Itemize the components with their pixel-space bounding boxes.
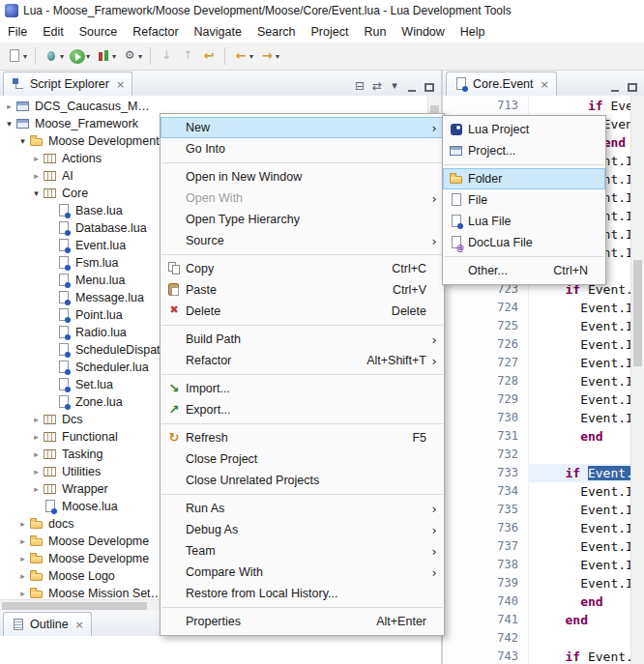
view-menu-button[interactable]	[386, 78, 403, 96]
menu-item-lua-project[interactable]: Lua Project	[443, 119, 605, 140]
code-line[interactable]: 735 Event.Ini	[443, 501, 644, 519]
collapsed-arrow-icon[interactable]: ▸	[16, 536, 29, 546]
close-icon[interactable]	[541, 78, 549, 91]
external-tools-button[interactable]: ▾	[120, 47, 144, 65]
code-line[interactable]: 713 if Event	[443, 97, 644, 115]
minimize-button[interactable]	[606, 78, 624, 96]
menubar-item-refactor[interactable]: Refactor	[125, 23, 186, 41]
tree-item[interactable]: ▸Utilities	[0, 463, 177, 480]
tree-item[interactable]: ▸Wrapper	[0, 480, 177, 498]
menubar-item-navigate[interactable]: Navigate	[187, 23, 249, 41]
editor-vertical-scrollbar[interactable]	[630, 96, 644, 664]
expanded-arrow-icon[interactable]: ▾	[3, 119, 15, 129]
collapsed-arrow-icon[interactable]: ▸	[16, 554, 29, 563]
menu-item-team[interactable]: Team›	[161, 540, 444, 562]
code-line[interactable]: 737 Event.Ini	[443, 537, 644, 556]
collapsed-arrow-icon[interactable]: ▸	[16, 589, 29, 598]
run-button[interactable]: ▾	[68, 48, 92, 65]
tree-item[interactable]: ▸Functional	[0, 428, 177, 446]
scrollbar-thumb[interactable]	[2, 602, 147, 610]
collapsed-arrow-icon[interactable]: ▸	[30, 467, 43, 476]
run-button-dropdown[interactable]: ▾	[86, 52, 90, 61]
debug-button-dropdown[interactable]: ▾	[60, 52, 64, 61]
back-button[interactable]: ▾	[231, 47, 255, 65]
code-line[interactable]: 725 Event.Ini	[443, 317, 644, 335]
close-icon[interactable]	[75, 619, 84, 631]
maximize-button[interactable]	[421, 78, 438, 96]
menubar-item-file[interactable]: File	[0, 23, 35, 41]
menu-item-file[interactable]: File	[443, 189, 605, 211]
code-line[interactable]: 729 Event.Ini	[443, 390, 644, 409]
menu-item-other[interactable]: Other...Ctrl+N	[443, 260, 605, 281]
last-edit-location-button[interactable]	[199, 47, 219, 65]
menu-item-restore-from-local-history[interactable]: Restore from Local History...	[161, 583, 444, 604]
tree-item[interactable]: ▾Moose Development	[0, 132, 163, 150]
forward-button[interactable]: ▾	[257, 47, 281, 65]
close-icon[interactable]	[116, 78, 125, 91]
collapsed-arrow-icon[interactable]: ▸	[30, 171, 43, 181]
menu-item-close-project[interactable]: Close Project	[161, 448, 444, 470]
menubar-item-source[interactable]: Source	[72, 23, 126, 41]
link-with-editor-button[interactable]	[368, 78, 386, 96]
menu-item-source[interactable]: Source›	[161, 230, 444, 251]
menubar-item-help[interactable]: Help	[453, 23, 493, 41]
coverage-button-dropdown[interactable]: ▾	[112, 52, 116, 61]
tree-item[interactable]: Moose.lua	[0, 498, 177, 515]
collapsed-arrow-icon[interactable]: ▸	[30, 449, 43, 459]
menubar-item-edit[interactable]: Edit	[35, 23, 72, 41]
code-line[interactable]: 733 if Event.Ini	[443, 464, 644, 482]
code-line[interactable]: 739 Event.Ini	[443, 574, 644, 592]
menu-item-export[interactable]: Export...	[161, 399, 444, 420]
tree-item[interactable]: ▸DCS_Caucasus_Missio	[0, 98, 150, 115]
code-line[interactable]: 741 end	[443, 611, 644, 629]
tree-item[interactable]: ▸Moose Developme	[0, 533, 163, 550]
code-line[interactable]: 736 Event.Ini	[443, 519, 644, 537]
tree-item[interactable]: ▸Dcs	[0, 411, 177, 428]
menu-item-paste[interactable]: PasteCtrl+V	[161, 279, 444, 301]
maximize-button[interactable]	[624, 78, 641, 96]
menu-item-close-unrelated-projects[interactable]: Close Unrelated Projects	[161, 470, 444, 491]
coverage-button[interactable]: ▾	[94, 47, 118, 65]
back-button-dropdown[interactable]: ▾	[249, 52, 253, 61]
menubar-item-window[interactable]: Window	[394, 23, 452, 41]
menu-item-delete[interactable]: DeleteDelete	[161, 301, 444, 322]
tree-item[interactable]: ▸Moose Developme	[0, 550, 163, 567]
tree-item[interactable]: ▾Moose_Framework	[0, 115, 150, 132]
menu-item-properties[interactable]: PropertiesAlt+Enter	[161, 611, 444, 632]
menu-item-debug-as[interactable]: Debug As›	[161, 519, 444, 540]
menu-item-lua-file[interactable]: Lua File	[443, 211, 605, 232]
collapsed-arrow-icon[interactable]: ▸	[16, 571, 29, 581]
menu-item-go-into[interactable]: Go Into	[161, 138, 444, 159]
expanded-arrow-icon[interactable]: ▾	[30, 188, 43, 198]
tree-item[interactable]: ▾Core	[0, 185, 177, 202]
tree-item[interactable]: ▸Moose Logo	[0, 567, 163, 585]
menu-item-folder[interactable]: Folder	[443, 168, 605, 189]
collapsed-arrow-icon[interactable]: ▸	[30, 484, 43, 494]
scrollbar-thumb[interactable]	[633, 260, 642, 366]
menubar-item-run[interactable]: Run	[356, 23, 394, 41]
code-line[interactable]: 727 Event.Ini	[443, 354, 644, 372]
code-line[interactable]: 743 if Event.ta	[443, 648, 644, 664]
tree-item[interactable]: ▸docs	[0, 515, 163, 533]
code-line[interactable]: 742	[443, 629, 644, 648]
menu-item-build-path[interactable]: Build Path›	[161, 329, 444, 350]
minimize-button[interactable]	[403, 78, 421, 96]
forward-button-dropdown[interactable]: ▾	[276, 52, 279, 61]
debug-button[interactable]: ▾	[42, 47, 66, 65]
code-line[interactable]: 728 Event.Ini	[443, 372, 644, 390]
tab-outline[interactable]: Outline	[3, 612, 92, 636]
menu-item-import[interactable]: Import...	[161, 378, 444, 399]
code-line[interactable]: 726 Event.Ini	[443, 335, 644, 354]
menu-item-new[interactable]: New›	[161, 117, 444, 138]
code-line[interactable]: 738 Event.Ini	[443, 556, 644, 574]
new-wizard-button-dropdown[interactable]: ▾	[23, 52, 27, 61]
tree-item[interactable]: ▸Actions	[0, 150, 177, 167]
menu-item-compare-with[interactable]: Compare With›	[161, 562, 444, 583]
new-wizard-button[interactable]: ▾	[5, 47, 29, 65]
code-line[interactable]: 731 end	[443, 427, 644, 446]
tab-core-event[interactable]: Core.Event	[446, 72, 557, 96]
tree-item[interactable]: ▸AI	[0, 167, 177, 185]
menubar-item-search[interactable]: Search	[249, 23, 304, 41]
collapsed-arrow-icon[interactable]: ▸	[30, 154, 43, 163]
menu-item-open-type-hierarchy[interactable]: Open Type Hierarchy	[161, 209, 444, 230]
